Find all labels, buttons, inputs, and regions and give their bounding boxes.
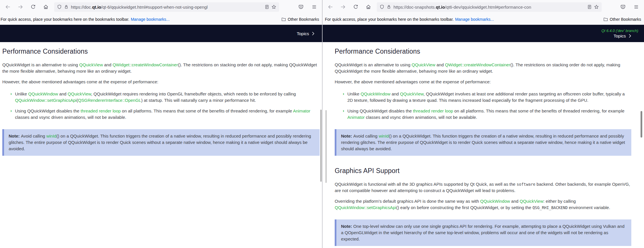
list-item: Using QQuickWidget disables the threaded… — [15, 108, 320, 121]
url-text[interactable]: https://doc-snapshots.qt.io/qt6-dev/qqui… — [393, 5, 585, 10]
paragraph: However, the above mentioned advantages … — [2, 79, 320, 85]
doc-link[interactable]: QQuickWindow — [28, 91, 58, 96]
folder-icon — [281, 17, 286, 22]
back-icon[interactable] — [326, 3, 335, 11]
overlay-scrollbar-thumb[interactable] — [326, 110, 326, 183]
note-admonition: Note: One top-level window can only use … — [335, 219, 631, 246]
bookmarks-hint: For quick access, place your bookmarks h… — [325, 17, 494, 22]
reload-icon[interactable] — [29, 3, 37, 11]
bookmarks-hint-text: For quick access, place your bookmarks h… — [1, 17, 129, 22]
doc-link[interactable]: winId — [46, 134, 57, 138]
section-heading: Graphics API Support — [335, 166, 631, 176]
other-bookmarks-label: Other Bookmarks — [288, 17, 319, 22]
doc-site-header: Qt 6.4.0 ('dev' branch) Topics — [323, 25, 644, 42]
doc-site-header: Topics — [0, 25, 322, 42]
code-literal: QSG_RHI_BACKEND — [532, 205, 568, 210]
url-domain: qt.io — [92, 5, 101, 10]
forward-icon[interactable] — [339, 3, 347, 11]
doc-link[interactable]: threaded render loop — [413, 108, 453, 113]
bookmarks-toolbar: For quick access, place your bookmarks h… — [323, 14, 644, 25]
scrollbar-thumb[interactable] — [321, 110, 321, 182]
note-label: Note: — [341, 224, 353, 229]
scrollbar-thumb[interactable] — [641, 111, 642, 138]
doc-link[interactable]: QWidget::createWindowContainer — [445, 62, 510, 67]
browser-window-left: https://doc.qt.io/qt-6/qquickwidget.html… — [0, 0, 322, 248]
version-label: Qt 6.4.0 ('dev' branch) — [601, 29, 638, 33]
browser-toolbar: https://doc-snapshots.qt.io/qt6-dev/qqui… — [323, 0, 644, 14]
paragraph: However, the above mentioned advantages … — [335, 79, 631, 85]
paragraph: QQuickWidget is an alternative to using … — [2, 62, 320, 74]
bookmark-star-icon[interactable] — [272, 5, 276, 9]
tracking-shield-icon[interactable] — [57, 5, 62, 9]
url-domain: qt.io — [436, 5, 445, 10]
lock-icon[interactable] — [387, 5, 391, 9]
doc-link[interactable]: QWidget::createWindowContainer — [112, 62, 178, 67]
forward-icon[interactable] — [16, 3, 25, 11]
doc-link[interactable]: Animator — [347, 115, 365, 120]
url-text[interactable]: https://doc.qt.io/qt-6/qquickwidget.html… — [71, 5, 262, 10]
doc-link[interactable]: QQuickWindow::setGraphicsApi — [15, 98, 76, 103]
chevron-right-icon — [312, 32, 315, 35]
bookmarks-toolbar: For quick access, place your bookmarks h… — [0, 14, 322, 25]
folder-icon — [603, 17, 608, 22]
topics-label: Topics — [613, 33, 626, 38]
back-icon[interactable] — [3, 3, 12, 11]
section-heading: Performance Considerations — [2, 47, 320, 57]
doc-link[interactable]: QQuickWindow::setGraphicsApi — [335, 205, 396, 210]
list-item: Unlike QQuickWindow and QQuickView, QQui… — [15, 91, 320, 104]
chevron-right-icon — [629, 34, 631, 38]
browser-toolbar: https://doc.qt.io/qt-6/qquickwidget.html… — [0, 0, 322, 14]
toolbar-right-group — [297, 3, 319, 11]
pocket-icon[interactable] — [297, 3, 305, 11]
paragraph: Overriding the platform's default graphi… — [335, 198, 631, 211]
menu-icon[interactable] — [310, 3, 319, 11]
toolbar-right-group — [619, 3, 641, 11]
doc-link[interactable]: Animator — [293, 108, 310, 113]
bullet-list: Unlike QQuickWindow and QQuickView, QQui… — [335, 91, 631, 121]
other-bookmarks-label: Other Bookmarks — [610, 17, 641, 22]
tracking-shield-icon[interactable] — [380, 5, 384, 9]
browser-window-right: https://doc-snapshots.qt.io/qt6-dev/qqui… — [322, 0, 644, 248]
reload-icon[interactable] — [351, 3, 360, 11]
doc-link[interactable]: QQuickView — [520, 199, 543, 204]
doc-link[interactable]: winId — [379, 134, 389, 138]
reader-view-icon[interactable] — [265, 5, 269, 9]
topics-nav-link[interactable]: Topics — [613, 33, 631, 38]
home-icon[interactable] — [364, 3, 373, 11]
doc-link[interactable]: QQuickWindow — [361, 91, 390, 96]
doc-link[interactable]: QQuickView — [412, 62, 435, 67]
doc-link[interactable]: QSGRendererInterface::OpenGL — [78, 98, 141, 103]
note-admonition: Note: Avoid calling winId() on a QQuickW… — [2, 129, 320, 156]
bookmarks-hint: For quick access, place your bookmarks h… — [1, 17, 170, 22]
menu-icon[interactable] — [632, 3, 641, 11]
other-bookmarks[interactable]: Other Bookmarks — [603, 17, 641, 22]
doc-link[interactable]: QQuickView — [400, 91, 423, 96]
list-item: Unlike QQuickWindow and QQuickView, QQui… — [347, 91, 631, 104]
other-bookmarks[interactable]: Other Bookmarks — [281, 17, 319, 22]
list-item: Using QQuickWidget disables the threaded… — [347, 108, 631, 121]
code-literal: software — [517, 182, 535, 187]
pocket-icon[interactable] — [619, 3, 627, 11]
doc-link[interactable]: QQuickView — [79, 62, 103, 67]
doc-content: Performance ConsiderationsQQuickWidget i… — [323, 42, 644, 246]
note-label: Note: — [341, 134, 353, 138]
bullet-list: Unlike QQuickWindow and QQuickView, QQui… — [2, 91, 320, 121]
note-admonition: Note: Avoid calling winId() on a QQuickW… — [335, 129, 631, 156]
manage-bookmarks-link[interactable]: Manage bookmarks... — [455, 17, 494, 22]
url-bar[interactable]: https://doc-snapshots.qt.io/qt6-dev/qqui… — [377, 2, 602, 12]
topics-label: Topics — [297, 31, 309, 36]
paragraph: QQuickWidget is an alternative to using … — [335, 62, 631, 74]
doc-link[interactable]: QQuickView — [68, 91, 91, 96]
bookmarks-hint-text: For quick access, place your bookmarks h… — [325, 17, 454, 22]
url-bar[interactable]: https://doc.qt.io/qt-6/qquickwidget.html… — [54, 2, 279, 12]
home-icon[interactable] — [42, 3, 50, 11]
doc-content: Performance ConsiderationsQQuickWidget i… — [0, 42, 322, 156]
paragraph: QQuickWidget is functional with all the … — [335, 181, 631, 194]
doc-link[interactable]: QQuickWindow — [480, 199, 510, 204]
doc-link[interactable]: threaded render loop — [81, 108, 121, 113]
topics-nav-link[interactable]: Topics — [297, 31, 315, 36]
reader-view-icon[interactable] — [587, 5, 592, 9]
bookmark-star-icon[interactable] — [594, 5, 599, 9]
lock-icon[interactable] — [64, 5, 69, 9]
manage-bookmarks-link[interactable]: Manage bookmarks... — [131, 17, 170, 22]
